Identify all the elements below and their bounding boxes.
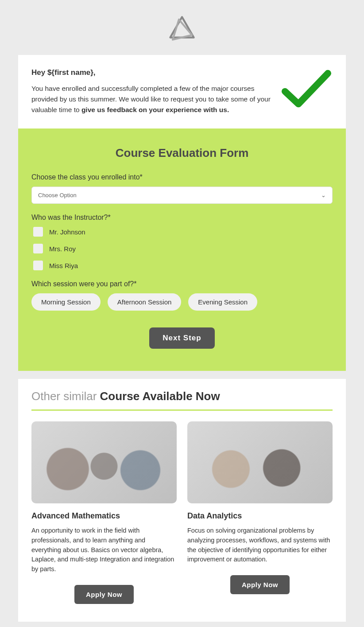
instructor-option[interactable]: Mr. Johnson <box>31 227 333 237</box>
session-option[interactable]: Evening Session <box>188 293 257 311</box>
checkbox-icon[interactable] <box>33 261 43 270</box>
checkbox-icon[interactable] <box>33 244 43 253</box>
evaluation-form: Course Evaluation Form Choose the class … <box>18 129 346 371</box>
session-pills: Morning Session Afternoon Session Evenin… <box>31 293 333 311</box>
logo-section <box>18 0 346 55</box>
checkmark-icon <box>279 68 333 110</box>
session-option[interactable]: Afternoon Session <box>108 293 182 311</box>
email-container: Hey ${first name}, You have enrolled and… <box>18 0 346 622</box>
courses-section: Other similar Course Available Now Advan… <box>18 379 346 622</box>
greeting: Hey ${first name}, <box>31 68 271 77</box>
instructor-option[interactable]: Miss Riya <box>31 261 333 270</box>
intro-body: You have enrolled and successfully compl… <box>31 83 271 115</box>
course-image <box>187 421 333 503</box>
apply-now-button[interactable]: Apply Now <box>74 585 134 604</box>
instructor-label: Miss Riya <box>49 262 78 269</box>
class-select[interactable]: Choose Option ⌄ <box>31 187 333 204</box>
course-title: Advanced Mathematics <box>31 511 177 521</box>
session-question-label: Which session were you part of?* <box>31 280 333 288</box>
session-option[interactable]: Morning Session <box>31 293 101 311</box>
next-button-wrap: Next Step <box>31 327 333 349</box>
instructor-label: Mr. Johnson <box>49 228 85 236</box>
intro-body-bold: give us feedback on your experience with… <box>81 106 229 113</box>
course-grid: Advanced Mathematics An opportunity to w… <box>31 421 333 604</box>
apply-now-button[interactable]: Apply Now <box>230 575 290 594</box>
class-question-label: Choose the class you enrolled into* <box>31 173 333 181</box>
course-title: Data Analytics <box>187 511 333 521</box>
courses-heading-bold: Course Available Now <box>100 389 220 403</box>
form-title: Course Evaluation Form <box>31 146 333 160</box>
class-select-placeholder: Choose Option <box>38 192 77 199</box>
instructor-question-label: Who was the Instructor?* <box>31 214 333 222</box>
instructor-option[interactable]: Mrs. Roy <box>31 244 333 253</box>
course-image <box>31 421 177 503</box>
courses-heading-light: Other similar <box>31 389 100 403</box>
intro-card: Hey ${first name}, You have enrolled and… <box>18 55 346 129</box>
chevron-down-icon: ⌄ <box>321 192 326 199</box>
course-card: Data Analytics Focus on solving organiza… <box>187 421 333 604</box>
divider <box>31 409 333 411</box>
intro-text: Hey ${first name}, You have enrolled and… <box>31 68 271 115</box>
instructor-checkbox-list: Mr. Johnson Mrs. Roy Miss Riya <box>31 227 333 270</box>
courses-heading: Other similar Course Available Now <box>31 389 333 403</box>
instructor-label: Mrs. Roy <box>49 245 76 253</box>
course-description: An opportunity to work in the field with… <box>31 526 177 574</box>
next-step-button[interactable]: Next Step <box>149 327 214 349</box>
course-description: Focus on solving organizational problems… <box>187 526 333 565</box>
checkbox-icon[interactable] <box>33 227 43 237</box>
course-card: Advanced Mathematics An opportunity to w… <box>31 421 177 604</box>
triangle-logo-icon <box>167 38 197 46</box>
